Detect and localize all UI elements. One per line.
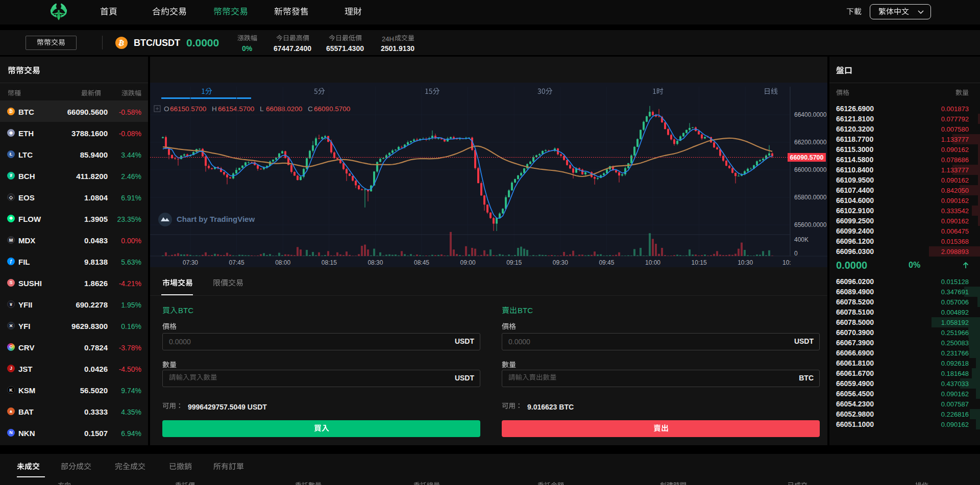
svg-text:08:00: 08:00: [275, 259, 290, 266]
svg-text:09:45: 09:45: [599, 259, 614, 266]
svg-text:0: 0: [794, 250, 798, 257]
svg-text:10:15: 10:15: [692, 259, 707, 266]
svg-text:07:45: 07:45: [229, 259, 244, 266]
svg-text:400K: 400K: [794, 236, 808, 243]
svg-text:10:: 10:: [782, 259, 791, 266]
svg-text:07:30: 07:30: [183, 259, 198, 266]
svg-text:09:30: 09:30: [553, 259, 568, 266]
svg-text:09:15: 09:15: [506, 259, 522, 266]
svg-text:66000.0000: 66000.0000: [794, 166, 827, 173]
svg-text:08:15: 08:15: [322, 259, 337, 266]
svg-text:10:00: 10:00: [645, 259, 660, 266]
svg-text:09:00: 09:00: [460, 259, 476, 266]
svg-text:66200.0000: 66200.0000: [794, 139, 827, 146]
svg-text:65800.0000: 65800.0000: [794, 194, 827, 201]
svg-text:66090.5700: 66090.5700: [790, 154, 823, 161]
svg-text:08:30: 08:30: [368, 259, 383, 266]
svg-text:08:45: 08:45: [414, 259, 429, 266]
svg-text:10:30: 10:30: [738, 259, 753, 266]
svg-text:66400.0000: 66400.0000: [794, 111, 827, 118]
svg-text:65600.0000: 65600.0000: [794, 221, 827, 228]
